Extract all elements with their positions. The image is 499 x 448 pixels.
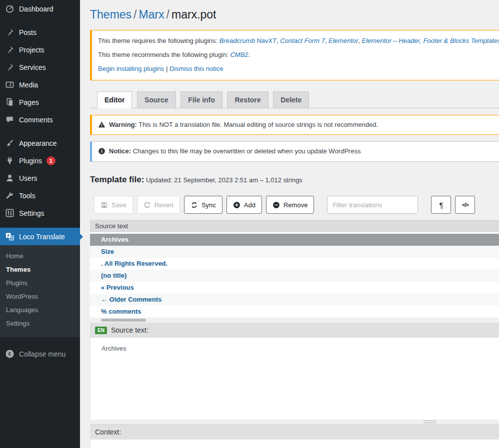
filter-translations-input[interactable] [327, 196, 418, 214]
comments-icon [5, 115, 14, 124]
sidebar-item-loco-translate[interactable]: A Loco Translate [0, 228, 80, 245]
sidebar-item-dashboard[interactable]: Dashboard [0, 0, 80, 17]
invisibles-toggle-button[interactable]: ¶ [431, 196, 451, 214]
plugin-link-breadcrumb-navxt[interactable]: Breadcrumb NavXT [220, 37, 276, 44]
recommends-line: This theme recommends the following plug… [98, 50, 499, 60]
source-text-label: Source text: [111, 326, 148, 334]
tab-delete[interactable]: Delete [273, 91, 309, 108]
sidebar-item-pages[interactable]: Pages [0, 93, 80, 111]
template-file-heading: Template file: Updated: 21 September, 20… [90, 175, 499, 185]
context-input-area[interactable] [90, 440, 499, 448]
sidebar-item-tools[interactable]: Tools [0, 187, 80, 204]
users-icon [5, 173, 14, 183]
template-file-meta: Updated: 21 September, 2023 2:51 am – 1,… [144, 176, 302, 184]
sync-label: Sync [202, 201, 216, 209]
submenu-item-languages[interactable]: Languages [0, 303, 80, 317]
sidebar-item-services[interactable]: Services [0, 58, 80, 76]
breadcrumb-themes-link[interactable]: Themes [90, 8, 132, 21]
tab-restore[interactable]: Restore [227, 91, 268, 108]
period: . [248, 51, 250, 58]
resize-handle[interactable] [424, 421, 436, 423]
appearance-brush-icon [5, 138, 14, 148]
remove-label: Remove [284, 201, 308, 209]
list-horizontal-scrollbar[interactable] [90, 318, 499, 323]
sidebar-item-users[interactable]: Users [0, 169, 80, 187]
sidebar-item-label: Media [19, 80, 38, 89]
tgmpa-plugin-notice: This theme requires the following plugin… [90, 30, 499, 80]
revert-icon [144, 201, 151, 209]
source-row[interactable]: ← Older Comments [90, 294, 499, 306]
revert-button[interactable]: Revert [137, 196, 180, 214]
submenu-item-plugins[interactable]: Plugins [0, 276, 80, 290]
pilcrow-icon: ¶ [439, 201, 443, 209]
collapse-arrow-icon [5, 349, 14, 359]
info-circle-icon [98, 147, 106, 155]
loco-submenu: Home Themes Plugins WordPress Languages … [0, 245, 80, 337]
requires-prefix: This theme requires the following plugin… [98, 37, 218, 44]
sidebar-item-posts[interactable]: Posts [0, 23, 80, 41]
add-label: Add [244, 201, 256, 209]
dismiss-notice-link[interactable]: Dismiss this notice [170, 65, 224, 72]
remove-button[interactable]: Remove [266, 196, 314, 214]
save-floppy-icon [100, 201, 108, 209]
begin-installing-plugins-link[interactable]: Begin installing plugins [98, 65, 164, 72]
source-row[interactable]: Size [90, 246, 499, 258]
sidebar-item-label: Comments [19, 115, 53, 124]
breadcrumb: Themes/Marx/marx.pot [90, 0, 499, 24]
source-row[interactable]: % comments [90, 306, 499, 318]
code-view-toggle-button[interactable]: </> [455, 196, 475, 214]
sync-button[interactable]: Sync [184, 196, 222, 214]
sidebar-item-appearance[interactable]: Appearance [0, 134, 80, 152]
source-row[interactable]: (no title) [90, 270, 499, 282]
tab-editor[interactable]: Editor [97, 91, 132, 108]
source-text-list: Source text Archives Size . All Rights R… [90, 220, 499, 323]
breadcrumb-separator: / [132, 8, 138, 21]
code-icon: </> [462, 202, 468, 208]
submenu-item-home[interactable]: Home [0, 249, 80, 263]
pin-icon [5, 27, 14, 37]
media-icon [5, 80, 14, 89]
sidebar-item-label: Posts [19, 28, 36, 37]
plugins-update-badge: 1 [46, 156, 56, 165]
collapse-menu-button[interactable]: Collapse menu [0, 345, 80, 363]
source-row[interactable]: Archives [90, 234, 499, 246]
source-text-editor[interactable]: Archives [90, 338, 499, 420]
tools-wrench-icon [5, 191, 14, 200]
notice-actions-line: Begin installing plugins | Dismiss this … [98, 64, 499, 74]
comma: , [276, 37, 278, 44]
warning-text: This is NOT a translation file. Manual e… [137, 121, 378, 128]
sidebar-item-projects[interactable]: Projects [0, 41, 80, 58]
tab-file-info[interactable]: File info [180, 91, 222, 108]
tab-source[interactable]: Source [137, 91, 176, 108]
add-button[interactable]: Add [226, 196, 262, 214]
source-text-value: Archives [102, 345, 126, 352]
requires-line: This theme requires the following plugin… [98, 36, 499, 46]
save-button[interactable]: Save [94, 196, 133, 214]
sidebar-item-label: Pages [19, 98, 39, 107]
plugin-link-elementor-hf-blocks[interactable]: Elementor – Header, Footer & Blocks Temp… [362, 37, 499, 44]
warning-notice: Warning: This is NOT a translation file.… [90, 115, 499, 135]
plugin-link-contact-form-7[interactable]: Contact Form 7 [280, 37, 325, 44]
source-text-label-bar: EN Source text: [90, 323, 499, 338]
info-label: Notice: [109, 147, 131, 155]
source-list-header: Source text [90, 220, 499, 232]
submenu-item-themes[interactable]: Themes [0, 263, 80, 276]
sidebar-item-media[interactable]: Media [0, 76, 80, 93]
sidebar-item-comments[interactable]: Comments [0, 111, 80, 128]
plugin-link-cmb2[interactable]: CMB2 [230, 51, 248, 58]
breadcrumb-bundle-link[interactable]: Marx [138, 8, 164, 21]
scrollbar-thumb[interactable] [101, 319, 146, 322]
submenu-item-wordpress[interactable]: WordPress [0, 290, 80, 303]
editor-resize-strip [90, 420, 499, 424]
plugin-link-elementor[interactable]: Elementor [328, 37, 358, 44]
sidebar-item-label: Users [19, 174, 38, 183]
editor-toolbar: Save Revert Sync Add Remove ¶ </> [90, 196, 499, 214]
info-text: Changes to this file may be overwritten … [131, 147, 360, 155]
recommends-prefix: This theme recommends the following plug… [98, 51, 228, 58]
sidebar-item-plugins[interactable]: Plugins 1 [0, 152, 80, 169]
submenu-item-settings[interactable]: Settings [0, 317, 80, 330]
source-row[interactable]: « Previous [90, 282, 499, 294]
source-row[interactable]: . All Rights Reserved. [90, 258, 499, 270]
warning-triangle-icon [98, 121, 106, 128]
sidebar-item-settings[interactable]: Settings [0, 204, 80, 222]
